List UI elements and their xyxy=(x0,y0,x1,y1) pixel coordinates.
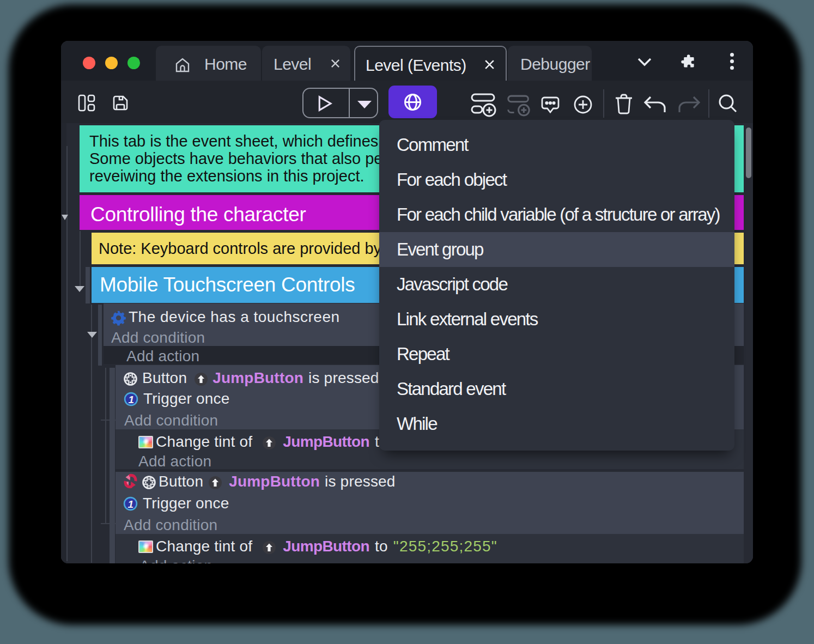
svg-text:1: 1 xyxy=(129,394,135,405)
svg-text:1: 1 xyxy=(128,499,134,510)
